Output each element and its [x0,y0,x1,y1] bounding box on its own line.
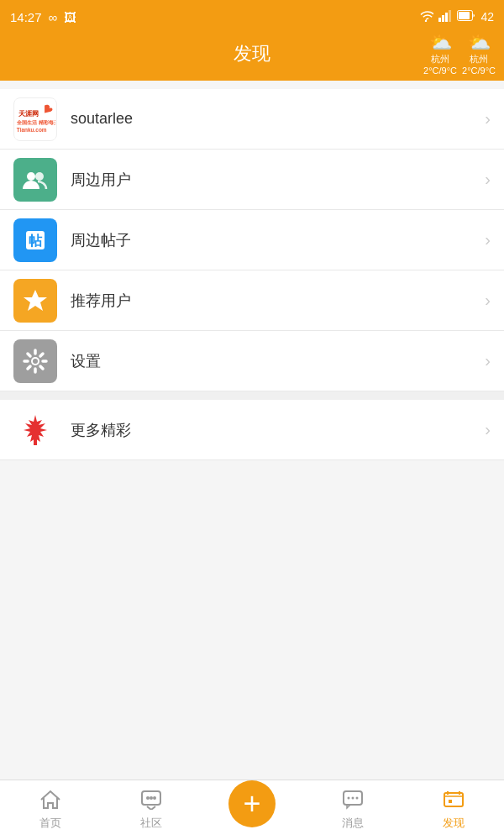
nearby-users-icon-wrap [13,158,57,202]
discover-icon [443,790,465,813]
community-label: 社区 [140,816,162,831]
svg-point-36 [356,797,359,800]
soutarlee-chevron: › [485,109,491,129]
status-time: 14:27 [10,10,42,24]
signal-icon [438,10,452,24]
weather-icon-2: ⛅ [468,34,491,52]
svg-line-25 [28,366,30,369]
recommend-users-label: 推荐用户 [71,291,485,311]
svg-line-23 [40,366,43,369]
post-icon: 帖 [21,226,50,255]
menu-item-settings[interactable]: 设置 › [0,331,504,391]
weather-temp-2: 2°C/9°C [462,65,496,76]
recommend-users-chevron: › [485,291,491,310]
weather-container: ⛅ 杭州 2°C/9°C ⛅ 杭州 2°C/9°C [423,34,496,77]
weather-city-1: 杭州 [431,53,449,65]
users-icon [21,165,50,194]
weather-item-2: ⛅ 杭州 2°C/9°C [462,34,496,77]
star-icon [21,286,50,315]
weather-icon-1: ⛅ [429,34,452,52]
menu-item-nearby-posts[interactable]: 帖 周边帖子 › [0,210,504,270]
svg-point-34 [348,797,350,800]
discover-label: 发现 [443,816,465,831]
settings-chevron: › [485,351,491,370]
svg-rect-6 [459,12,470,19]
community-icon [140,790,162,813]
wifi-icon [418,10,433,24]
status-infinity: ∞ [49,10,58,24]
header: 发现 ⛅ 杭州 2°C/9°C ⛅ 杭州 2°C/9°C [0,34,504,81]
status-image-icon: 🖼 [64,10,76,24]
svg-rect-3 [445,13,448,22]
page-title: 发现 [234,41,270,66]
battery-level: 42 [480,10,494,24]
svg-text:帖: 帖 [29,234,43,248]
nav-item-discover[interactable]: 发现 [403,780,504,840]
more-chevron: › [485,420,491,439]
soutarlee-icon-wrap: 天涯网 全国生活 精彩每天 Tianku.com [13,97,57,141]
svg-point-31 [150,796,153,800]
weather-city-2: 杭州 [470,53,488,65]
svg-line-22 [28,354,30,356]
nav-item-home[interactable]: 首页 [0,780,101,840]
svg-rect-4 [449,10,451,22]
gear-icon [21,347,50,375]
svg-rect-28 [34,438,37,445]
message-label: 消息 [342,816,364,831]
svg-point-30 [146,796,150,800]
soutarlee-label: soutarlee [71,110,485,128]
menu-item-recommend-users[interactable]: 推荐用户 › [0,270,504,331]
menu-item-soutarlee[interactable]: 天涯网 全国生活 精彩每天 Tianku.com soutarlee › [0,89,504,150]
svg-rect-37 [444,793,463,806]
weather-temp-1: 2°C/9°C [423,65,457,76]
add-button[interactable]: + [228,780,276,827]
svg-text:天涯网: 天涯网 [18,109,39,118]
nav-item-message[interactable]: 消息 [302,780,403,840]
status-left: 14:27 ∞ 🖼 [10,10,76,24]
nearby-posts-label: 周边帖子 [71,230,485,250]
nearby-users-chevron: › [485,170,491,189]
more-icon-wrap [13,408,57,452]
menu-item-nearby-users[interactable]: 周边用户 › [0,150,504,210]
menu-item-more[interactable]: 更多精彩 › [0,400,504,460]
plus-icon: + [243,789,260,819]
nav-item-add[interactable]: + [202,794,302,827]
settings-label: 设置 [71,351,485,371]
svg-rect-39 [449,800,452,803]
soutarlee-logo: 天涯网 全国生活 精彩每天 Tianku.com [13,97,57,141]
svg-rect-2 [442,15,444,22]
recommend-users-icon-wrap [13,279,57,323]
svg-text:Tianku.com: Tianku.com [17,126,47,132]
svg-marker-15 [24,290,47,311]
svg-rect-1 [438,18,441,22]
svg-point-0 [425,19,427,21]
menu-list: 天涯网 全国生活 精彩每天 Tianku.com soutarlee › [0,89,504,391]
svg-text:全国生活 精彩每天: 全国生活 精彩每天 [16,118,55,125]
status-bar: 14:27 ∞ 🖼 42 [0,0,504,34]
leaf-icon [17,412,54,449]
home-icon [39,790,61,813]
svg-point-11 [27,172,35,181]
nearby-posts-chevron: › [485,230,491,249]
svg-point-12 [35,172,44,181]
svg-line-24 [40,354,43,356]
section-separator [0,391,504,400]
settings-icon-wrap [13,339,57,383]
bottom-nav: 首页 社区 + 消息 [0,780,504,840]
battery-icon [457,10,475,24]
nav-item-community[interactable]: 社区 [101,780,202,840]
home-label: 首页 [39,816,61,831]
svg-point-32 [153,796,156,800]
status-right: 42 [418,10,494,24]
svg-point-27 [33,359,38,364]
content: 天涯网 全国生活 精彩每天 Tianku.com soutarlee › [0,81,504,780]
nearby-users-label: 周边用户 [71,170,485,190]
nearby-posts-icon-wrap: 帖 [13,218,57,262]
weather-item-1: ⛅ 杭州 2°C/9°C [423,34,457,77]
more-label: 更多精彩 [71,420,485,440]
svg-point-35 [352,797,354,800]
message-icon [342,790,364,813]
menu-list-2: 更多精彩 › [0,400,504,460]
